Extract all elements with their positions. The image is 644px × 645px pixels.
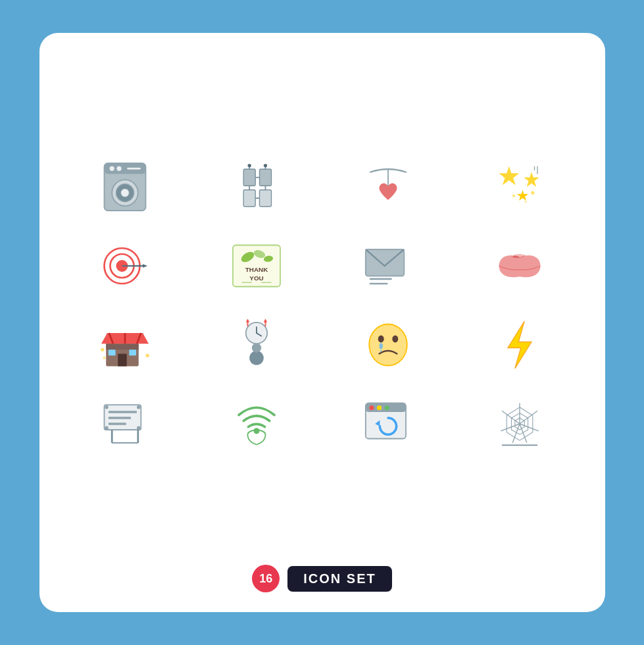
icon-set-card: THANK YOU xyxy=(39,33,605,612)
svg-point-57 xyxy=(251,343,260,352)
wifi-chat-icon xyxy=(197,394,316,453)
svg-text:THANK: THANK xyxy=(245,266,268,273)
svg-point-86 xyxy=(384,405,389,410)
svg-marker-64 xyxy=(263,319,266,322)
svg-point-53 xyxy=(101,348,104,351)
svg-rect-8 xyxy=(243,169,255,186)
svg-point-16 xyxy=(247,164,251,167)
necklace-heart-icon xyxy=(329,157,447,217)
svg-point-79 xyxy=(105,426,108,430)
svg-point-77 xyxy=(105,405,108,409)
svg-point-67 xyxy=(392,336,398,343)
shop-icon xyxy=(66,315,184,374)
svg-point-54 xyxy=(145,354,149,357)
svg-rect-75 xyxy=(108,417,130,419)
svg-point-55 xyxy=(103,357,106,360)
svg-rect-10 xyxy=(243,190,255,207)
svg-rect-50 xyxy=(118,354,127,367)
svg-line-90 xyxy=(520,424,539,431)
svg-line-93 xyxy=(501,424,520,431)
svg-rect-76 xyxy=(108,423,126,425)
svg-point-85 xyxy=(376,405,381,410)
svg-point-80 xyxy=(137,426,140,430)
svg-point-5 xyxy=(109,167,114,171)
svg-rect-51 xyxy=(108,349,115,355)
svg-marker-21 xyxy=(499,167,519,186)
icon-set-label: ICON SET xyxy=(287,566,391,592)
svg-point-78 xyxy=(137,405,140,409)
washing-machine-icon xyxy=(66,157,184,217)
thank-you-icon: THANK YOU xyxy=(197,236,316,296)
svg-marker-33 xyxy=(143,264,147,267)
spider-web-icon xyxy=(460,394,579,453)
time-management-icon xyxy=(197,315,316,374)
footer: 16 ICON SET xyxy=(252,565,391,592)
browser-refresh-icon xyxy=(329,394,447,453)
lightning-icon xyxy=(460,315,579,374)
svg-point-26 xyxy=(512,194,515,197)
svg-marker-23 xyxy=(516,190,528,201)
svg-point-56 xyxy=(249,351,264,365)
svg-rect-9 xyxy=(259,169,271,186)
svg-marker-69 xyxy=(508,321,532,369)
svg-marker-22 xyxy=(524,172,539,188)
lips-icon xyxy=(460,236,579,296)
svg-rect-11 xyxy=(259,190,271,207)
billboard-icon xyxy=(66,394,184,453)
svg-point-65 xyxy=(369,324,407,366)
sad-mask-icon xyxy=(329,315,447,374)
stars-decoration-icon xyxy=(460,157,579,217)
icon-count-badge: 16 xyxy=(252,565,280,592)
svg-text:YOU: YOU xyxy=(249,274,263,282)
svg-rect-46 xyxy=(106,344,139,349)
circuit-board-icon xyxy=(197,157,316,217)
svg-rect-74 xyxy=(108,411,136,413)
svg-point-66 xyxy=(378,336,384,343)
svg-point-6 xyxy=(116,167,121,171)
svg-point-17 xyxy=(263,164,266,167)
svg-rect-52 xyxy=(129,349,136,355)
svg-marker-62 xyxy=(245,319,249,322)
svg-point-25 xyxy=(524,201,527,203)
svg-point-24 xyxy=(531,191,534,194)
svg-point-4 xyxy=(120,189,129,197)
email-icon xyxy=(329,236,447,296)
svg-point-84 xyxy=(369,405,374,410)
target-icon xyxy=(66,236,184,296)
icon-grid: THANK YOU xyxy=(66,59,579,552)
svg-point-68 xyxy=(379,343,382,349)
svg-point-81 xyxy=(253,428,259,434)
